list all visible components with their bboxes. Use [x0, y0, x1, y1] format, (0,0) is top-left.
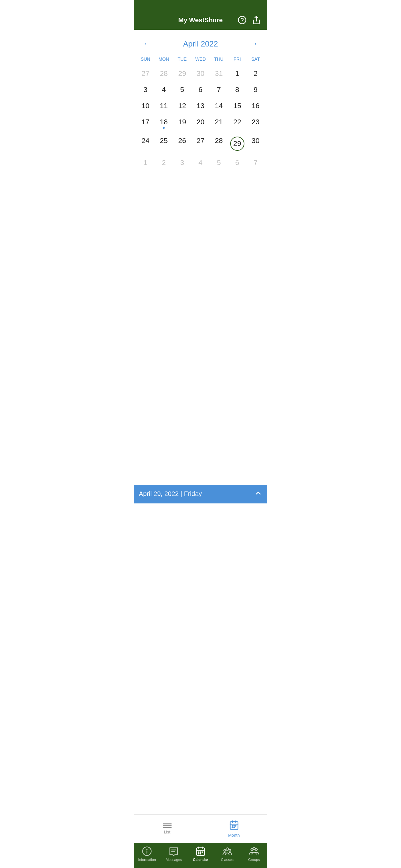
calendar-day[interactable]: 24: [136, 133, 155, 155]
calendar-day[interactable]: 6: [228, 155, 246, 171]
nav-label-information: Information: [138, 858, 156, 862]
calendar-day[interactable]: 27: [191, 133, 210, 155]
calendar-day[interactable]: 22: [228, 114, 246, 133]
calendar-day[interactable]: 13: [191, 98, 210, 114]
calendar-day[interactable]: 3: [136, 82, 155, 98]
calendar-day[interactable]: 31: [210, 66, 228, 82]
svg-point-28: [224, 849, 226, 851]
nav-label-messages: Messages: [166, 858, 182, 862]
day-header-fri: FRI: [228, 55, 246, 63]
calendar-day[interactable]: 25: [155, 133, 173, 155]
calendar-day[interactable]: 6: [191, 82, 210, 98]
calendar-day[interactable]: 2: [246, 66, 265, 82]
day-header-sat: SAT: [246, 55, 265, 63]
calendar-day[interactable]: 17: [136, 114, 155, 133]
day-headers: SUNMONTUEWEDTHUFRISAT: [136, 55, 265, 63]
nav-item-calendar[interactable]: Calendar: [187, 846, 214, 862]
calendar-day[interactable]: 4: [155, 82, 173, 98]
calendar-day[interactable]: 23: [246, 114, 265, 133]
nav-label-calendar: Calendar: [193, 858, 208, 862]
calendar-grid: 2728293031123456789101112131415161718192…: [136, 66, 265, 171]
svg-point-24: [202, 852, 203, 852]
svg-point-9: [235, 826, 236, 826]
calendar-day[interactable]: 2: [155, 155, 173, 171]
calendar-day[interactable]: 18: [155, 114, 173, 133]
svg-point-7: [232, 826, 233, 826]
calendar-day[interactable]: 30: [246, 133, 265, 155]
help-icon[interactable]: [238, 16, 247, 25]
calendar-day[interactable]: 29: [173, 66, 191, 82]
calendar-day[interactable]: 5: [173, 82, 191, 98]
month-view-toggle[interactable]: Month: [201, 817, 267, 840]
calendar-day[interactable]: 10: [136, 98, 155, 114]
calendar-day[interactable]: 5: [210, 155, 228, 171]
nav-label-classes: Classes: [221, 858, 234, 862]
nav-item-groups[interactable]: Groups: [241, 846, 267, 862]
month-view-label: Month: [228, 833, 240, 838]
calendar-day[interactable]: 20: [191, 114, 210, 133]
svg-point-22: [198, 852, 199, 852]
header-title: My WestShore: [178, 17, 222, 24]
calendar-day[interactable]: 27: [136, 66, 155, 82]
calendar-day[interactable]: 9: [246, 82, 265, 98]
calendar-day[interactable]: 3: [173, 155, 191, 171]
svg-point-26: [200, 854, 201, 854]
day-header-tue: TUE: [173, 55, 191, 63]
nav-item-messages[interactable]: Messages: [160, 846, 187, 862]
calendar-day[interactable]: 30: [191, 66, 210, 82]
selected-date-bar: April 29, 2022 | Friday: [134, 485, 267, 503]
calendar-day[interactable]: 7: [210, 82, 228, 98]
list-icon: [163, 824, 172, 828]
share-icon[interactable]: [252, 16, 261, 25]
day-header-sun: SUN: [136, 55, 155, 63]
list-view-label: List: [164, 830, 170, 834]
month-navigation: ← April 2022 →: [136, 35, 265, 55]
svg-point-11: [234, 827, 234, 828]
app-header: My WestShore: [134, 0, 267, 30]
calendar-day[interactable]: 29: [228, 133, 246, 155]
calendar-day[interactable]: 4: [191, 155, 210, 171]
event-content-area: [134, 503, 267, 815]
calendar-day[interactable]: 21: [210, 114, 228, 133]
day-header-thu: THU: [210, 55, 228, 63]
collapse-button[interactable]: [254, 489, 262, 499]
svg-point-10: [232, 827, 233, 828]
svg-point-8: [234, 826, 234, 826]
nav-item-information[interactable]: Information: [134, 846, 160, 862]
calendar-day[interactable]: 11: [155, 98, 173, 114]
calendar-day[interactable]: 28: [155, 66, 173, 82]
nav-item-classes[interactable]: Classes: [214, 846, 241, 862]
month-calendar-icon: [229, 820, 239, 832]
calendar-day[interactable]: 28: [210, 133, 228, 155]
next-month-button[interactable]: →: [247, 37, 261, 50]
calendar-day[interactable]: 19: [173, 114, 191, 133]
calendar-day[interactable]: 14: [210, 98, 228, 114]
svg-point-27: [226, 848, 228, 850]
svg-point-25: [198, 854, 199, 854]
selected-date-text: April 29, 2022 | Friday: [139, 490, 202, 498]
day-header-wed: WED: [191, 55, 210, 63]
list-view-toggle[interactable]: List: [134, 821, 201, 837]
calendar-day[interactable]: 1: [136, 155, 155, 171]
calendar-day[interactable]: 15: [228, 98, 246, 114]
day-header-mon: MON: [155, 55, 173, 63]
calendar-day[interactable]: 8: [228, 82, 246, 98]
calendar-day[interactable]: 1: [228, 66, 246, 82]
calendar-day[interactable]: 16: [246, 98, 265, 114]
calendar-day[interactable]: 7: [246, 155, 265, 171]
calendar-day[interactable]: 26: [173, 133, 191, 155]
month-title: April 2022: [183, 39, 218, 49]
calendar-day[interactable]: 12: [173, 98, 191, 114]
bottom-navigation: Information Messages Calendar: [134, 843, 267, 868]
view-toggle: List Month: [134, 814, 267, 843]
nav-label-groups: Groups: [248, 858, 260, 862]
calendar-container: ← April 2022 → SUNMONTUEWEDTHUFRISAT 272…: [134, 30, 267, 482]
svg-point-32: [253, 848, 255, 850]
svg-point-29: [229, 849, 231, 851]
svg-point-23: [200, 852, 201, 852]
prev-month-button[interactable]: ←: [140, 37, 154, 50]
